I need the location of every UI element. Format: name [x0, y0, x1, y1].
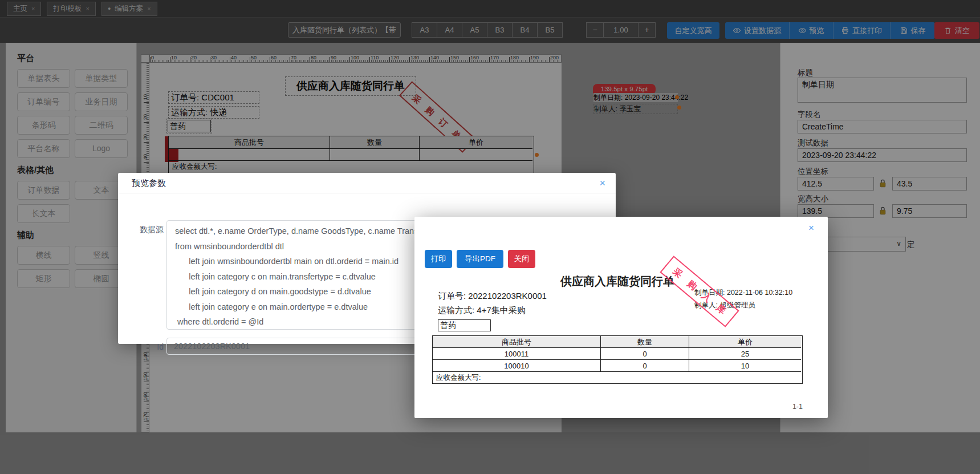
table-header-cell: 商品批号	[433, 336, 601, 348]
preview-data-table: 商品批号数量单价100011025100010010应收金额大写:	[432, 335, 803, 384]
table-header-cell: 单价	[689, 336, 801, 348]
table-header-row: 商品批号数量单价	[433, 336, 802, 348]
print-preview-modal: × 打印 导出PDF 关闭 供应商入库随货同行单 订单号: 2022102203…	[414, 217, 828, 418]
table-footer-row: 应收金额大写:	[433, 372, 802, 383]
table-row: 100010010	[433, 360, 802, 372]
table-cell: 25	[689, 348, 801, 360]
preview-transport: 运输方式: 4+7集中采购	[438, 305, 526, 316]
page-indicator: 1-1	[768, 403, 803, 411]
close-icon[interactable]: ×	[599, 178, 605, 188]
table-footer-cell: 应收金额大写:	[433, 372, 802, 383]
table-cell: 100011	[433, 348, 601, 360]
table-header-cell: 数量	[601, 336, 689, 348]
table-cell: 10	[689, 360, 801, 372]
export-pdf-button[interactable]: 导出PDF	[457, 250, 503, 268]
modal-title: 预览参数	[132, 178, 166, 189]
table-cell: 0	[601, 348, 689, 360]
preview-doc-title: 供应商入库随货同行单	[432, 274, 803, 289]
table-cell: 100010	[433, 360, 601, 372]
print-template-designer: 主页×打印模板×●编辑方案× 入库随货同行单（列表式）【带 A3A4A5B3B4…	[0, 0, 980, 474]
id-label: Id	[132, 342, 164, 351]
datasource-label: 数据源	[132, 225, 164, 235]
table-row: 100011025	[433, 348, 802, 360]
preview-drug-type: 普药	[438, 319, 491, 331]
modal-header: 预览参数 ×	[118, 173, 616, 193]
print-button[interactable]: 打印	[425, 250, 452, 268]
close-button[interactable]: 关闭	[508, 250, 535, 268]
table-cell: 0	[601, 360, 689, 372]
preview-order-no: 订单号: 2022102203RK0001	[438, 291, 547, 302]
close-icon[interactable]: ×	[808, 223, 814, 233]
